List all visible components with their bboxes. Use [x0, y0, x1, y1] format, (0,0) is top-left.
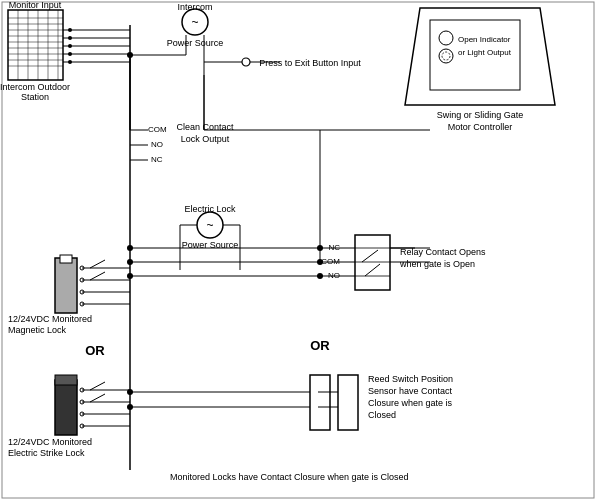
svg-text:or Light Output: or Light Output [458, 48, 512, 57]
svg-text:Reed Switch Position: Reed Switch Position [368, 374, 453, 384]
svg-point-144 [317, 245, 323, 251]
svg-text:~: ~ [191, 15, 198, 29]
svg-point-93 [439, 31, 453, 45]
svg-point-42 [242, 58, 250, 66]
svg-point-129 [127, 389, 133, 395]
svg-text:Station: Station [21, 92, 49, 102]
svg-text:when gate is Open: when gate is Open [399, 259, 475, 269]
svg-rect-123 [310, 375, 330, 430]
svg-text:12/24VDC Monitored: 12/24VDC Monitored [8, 437, 92, 447]
svg-point-120 [127, 259, 133, 265]
svg-rect-64 [60, 255, 72, 263]
svg-text:Magnetic Lock: Magnetic Lock [8, 325, 67, 335]
svg-rect-100 [355, 235, 390, 290]
svg-text:Swing or Sliding Gate: Swing or Sliding Gate [437, 110, 524, 120]
svg-point-145 [317, 259, 323, 265]
svg-point-130 [127, 404, 133, 410]
svg-text:Power Source: Power Source [167, 38, 224, 48]
svg-text:Monitored Locks have Contact C: Monitored Locks have Contact Closure whe… [170, 472, 409, 482]
wiring-diagram: Monitor Input Intercom Outdoor Station ~… [0, 0, 596, 500]
svg-point-121 [127, 273, 133, 279]
svg-text:Monitor Input: Monitor Input [9, 0, 62, 10]
svg-text:Lock Output: Lock Output [181, 134, 230, 144]
svg-rect-63 [55, 258, 77, 313]
svg-text:Open Indicator: Open Indicator [458, 35, 511, 44]
svg-rect-124 [338, 375, 358, 430]
svg-text:Intercom: Intercom [177, 2, 212, 12]
svg-text:COM: COM [148, 125, 167, 134]
svg-text:NO: NO [151, 140, 163, 149]
svg-text:Closed: Closed [368, 410, 396, 420]
svg-text:Intercom Outdoor: Intercom Outdoor [0, 82, 70, 92]
svg-rect-79 [55, 375, 77, 385]
svg-point-119 [127, 245, 133, 251]
svg-text:~: ~ [206, 218, 213, 232]
svg-text:Closure when gate is: Closure when gate is [368, 398, 453, 408]
svg-rect-78 [55, 380, 77, 435]
svg-text:OR: OR [85, 343, 105, 358]
svg-text:NC: NC [151, 155, 163, 164]
svg-point-141 [127, 52, 133, 58]
svg-text:OR: OR [310, 338, 330, 353]
svg-point-94 [439, 49, 453, 63]
svg-text:Electric Lock: Electric Lock [184, 204, 236, 214]
svg-text:Press to Exit Button Input: Press to Exit Button Input [259, 58, 361, 68]
svg-rect-1 [8, 10, 63, 80]
svg-text:Electric Strike Lock: Electric Strike Lock [8, 448, 85, 458]
svg-text:Motor Controller: Motor Controller [448, 122, 513, 132]
svg-text:Sensor have Contact: Sensor have Contact [368, 386, 453, 396]
svg-text:12/24VDC Monitored: 12/24VDC Monitored [8, 314, 92, 324]
svg-point-146 [317, 273, 323, 279]
